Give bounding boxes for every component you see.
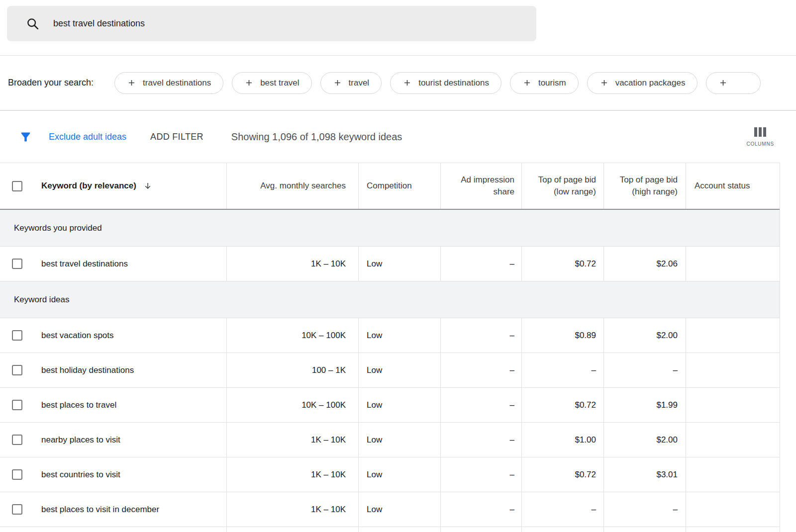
cell-bid-low: $0.89 <box>521 318 603 353</box>
search-input[interactable] <box>53 18 536 29</box>
row-checkbox-cell <box>0 457 34 492</box>
plus-icon <box>718 78 728 88</box>
cell-bid-high: $2.06 <box>603 247 686 281</box>
section-header-row: Keyword ideas <box>0 281 780 318</box>
cell-account-status <box>686 318 780 353</box>
search-section <box>0 6 796 56</box>
chip-label: travel destinations <box>143 78 211 88</box>
header-top-of-page-bid-low[interactable]: Top of page bid (low range) <box>521 163 603 209</box>
cell-keyword: nearby places to visit <box>34 423 226 457</box>
cell-bid-low: – <box>521 353 603 387</box>
row-checkbox[interactable] <box>12 400 22 410</box>
table-row[interactable]: best places to visit in december 1K – 10… <box>0 492 780 527</box>
plus-icon <box>127 78 136 88</box>
cell-competition: Low <box>358 353 440 387</box>
cell-account-status <box>686 388 780 422</box>
cell-ad-impression-share: – <box>440 492 521 527</box>
cell-bid-low: $0.72 <box>521 388 603 422</box>
header-ad-impression-share[interactable]: Ad impression share <box>440 163 521 209</box>
cell-bid-low: $0.72 <box>521 457 603 492</box>
cell-ad-impression-share: – <box>440 318 521 353</box>
cell-avg-monthly-searches: 1K – 10K <box>226 423 358 457</box>
section-label: Keywords you provided <box>0 223 102 233</box>
sort-descending-icon[interactable] <box>143 181 152 190</box>
row-checkbox-cell <box>0 353 34 387</box>
broaden-suggestion-chip[interactable]: best travel <box>232 72 311 94</box>
plus-icon <box>244 78 254 88</box>
cell-account-status <box>686 492 780 527</box>
cell-keyword: best holiday destinations <box>34 353 226 387</box>
search-icon <box>26 17 40 31</box>
columns-label: COLUMNS <box>746 141 774 147</box>
cell-account-status <box>686 423 780 457</box>
row-checkbox-cell <box>0 423 34 457</box>
broaden-suggestion-chip[interactable] <box>706 72 761 94</box>
results-count-text: Showing 1,096 of 1,098 keyword ideas <box>231 131 402 143</box>
broaden-suggestion-chip[interactable]: tourist destinations <box>390 72 501 94</box>
cell-bid-high: $2.00 <box>603 423 686 457</box>
plus-icon <box>333 78 342 88</box>
search-bar[interactable] <box>7 6 536 41</box>
cell-bid-high: $2.00 <box>603 318 686 353</box>
cell-bid-low: $0.72 <box>521 247 603 281</box>
header-keyword[interactable]: Keyword (by relevance) <box>34 163 226 209</box>
cell-keyword: best places to visit in december <box>34 492 226 527</box>
table-header-row: Keyword (by relevance) Avg. monthly sear… <box>0 163 780 210</box>
table-row[interactable]: best travel destinations 1K – 10K Low – … <box>0 247 780 281</box>
table-row[interactable]: nearby places to visit 1K – 10K Low – $1… <box>0 423 780 457</box>
chip-label: tourist destinations <box>418 78 489 88</box>
filter-funnel-icon <box>19 130 32 144</box>
header-top-of-page-bid-high[interactable]: Top of page bid (high range) <box>603 163 686 209</box>
broaden-suggestion-chip[interactable]: tourism <box>510 72 579 94</box>
cell-competition: Low <box>358 388 440 422</box>
table-row[interactable]: best countries to visit 1K – 10K Low – $… <box>0 457 780 492</box>
cell-bid-high: – <box>603 492 686 527</box>
cell-avg-monthly-searches: 10K – 100K <box>226 318 358 353</box>
cell-ad-impression-share: – <box>440 353 521 387</box>
row-checkbox[interactable] <box>12 259 22 269</box>
cell-competition: Low <box>358 457 440 492</box>
cell-competition: Low <box>358 318 440 353</box>
table-row[interactable]: best places to travel 10K – 100K Low – $… <box>0 388 780 423</box>
keyword-table: Keyword (by relevance) Avg. monthly sear… <box>0 163 780 532</box>
exclude-adult-ideas-link[interactable]: Exclude adult ideas <box>49 132 126 142</box>
cell-avg-monthly-searches: 1K – 10K <box>226 492 358 527</box>
header-account-status[interactable]: Account status <box>686 163 780 209</box>
section-header-row: Keywords you provided <box>0 210 780 247</box>
cell-bid-low: – <box>521 492 603 527</box>
table-row[interactable]: best vacation spots 10K – 100K Low – $0.… <box>0 318 780 353</box>
plus-icon <box>402 78 412 88</box>
broaden-suggestion-chip[interactable]: vacation packages <box>587 72 698 94</box>
cell-keyword: best travel destinations <box>34 247 226 281</box>
broaden-suggestion-chip[interactable]: travel <box>320 72 382 94</box>
cell-ad-impression-share: – <box>440 457 521 492</box>
cell-competition: Low <box>358 247 440 281</box>
row-checkbox[interactable] <box>12 469 22 480</box>
cell-keyword: best vacation spots <box>34 318 226 353</box>
cell-avg-monthly-searches: 10K – 100K <box>226 388 358 422</box>
row-checkbox[interactable] <box>12 504 22 515</box>
table-row[interactable]: best holiday destinations 100 – 1K Low –… <box>0 353 780 388</box>
plus-icon <box>522 78 532 88</box>
header-avg-monthly-searches[interactable]: Avg. monthly searches <box>226 163 358 209</box>
cell-bid-low: $1.00 <box>521 423 603 457</box>
row-checkbox[interactable] <box>12 435 22 445</box>
row-checkbox[interactable] <box>12 330 22 341</box>
cell-avg-monthly-searches: 100 – 1K <box>226 353 358 387</box>
table-row-partial <box>0 527 780 532</box>
select-all-checkbox[interactable] <box>12 181 22 191</box>
columns-button[interactable]: COLUMNS <box>746 127 774 147</box>
cell-account-status <box>686 353 780 387</box>
header-competition[interactable]: Competition <box>358 163 440 209</box>
cell-account-status <box>686 457 780 492</box>
add-filter-button[interactable]: ADD FILTER <box>150 132 203 142</box>
broaden-label: Broaden your search: <box>8 78 94 88</box>
cell-competition: Low <box>358 492 440 527</box>
broaden-suggestion-chip[interactable]: travel destinations <box>114 72 223 94</box>
cell-account-status <box>686 247 780 281</box>
cell-keyword: best places to travel <box>34 388 226 422</box>
row-checkbox[interactable] <box>12 365 22 375</box>
header-keyword-label: Keyword (by relevance) <box>41 180 136 192</box>
broaden-section: Broaden your search: travel destinations… <box>0 56 796 110</box>
plus-icon <box>599 78 609 88</box>
